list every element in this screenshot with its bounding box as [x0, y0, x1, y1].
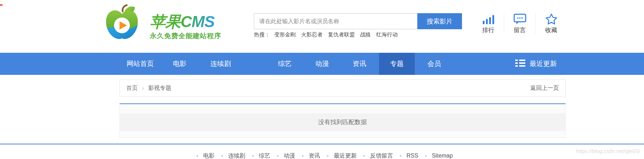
footer-link[interactable]: RSS — [407, 153, 418, 159]
footer-link-item: -动漫 — [272, 153, 295, 159]
hot-search-row: 热搜： 变形金刚 火影忍者 复仇者联盟 战狼 红海行动 — [254, 31, 403, 38]
search-button[interactable]: 搜索影片 — [417, 13, 462, 29]
footer-link-item: -Sitemap — [420, 153, 453, 159]
main-nav: 网站首页 电影 连续剧 综艺 动漫 资讯 专题 会员 — [0, 53, 644, 75]
header-quick-links: 排行 留言 — [473, 14, 567, 34]
logo-title: 苹果CMS — [150, 14, 221, 30]
site-header: 苹果CMS 永久免费全能建站程序 搜索影片 热搜： 变形金刚 火影忍者 复仇者联… — [0, 0, 644, 53]
footer-link[interactable]: 连续剧 — [228, 153, 245, 159]
hot-search-term[interactable]: 火影忍者 — [301, 31, 323, 38]
hot-search-terms: 变形金刚 火影忍者 复仇者联盟 战狼 红海行动 — [274, 31, 403, 38]
footer-link[interactable]: 综艺 — [259, 153, 270, 159]
recent-updates-link[interactable]: 最近更新 — [515, 53, 557, 75]
quick-link-label: 排行 — [482, 26, 495, 34]
hot-search-term[interactable]: 红海行动 — [376, 31, 398, 38]
hot-search-term[interactable]: 复仇者联盟 — [328, 31, 355, 38]
breadcrumb-trail: 首页 › 影视专题 — [126, 84, 171, 92]
content-panel: 没有找到匹配数据 — [119, 103, 566, 138]
footer-link-item: -最近更新 — [322, 153, 357, 159]
breadcrumb: 首页 › 影视专题 返回上一页 — [119, 80, 566, 97]
footer-link[interactable]: 反馈留言 — [370, 153, 393, 159]
footer-separator: - — [221, 153, 223, 159]
search-box: 搜索影片 — [254, 13, 462, 29]
footer-link-item: -连续剧 — [216, 153, 245, 159]
footer-link[interactable]: 最近更新 — [334, 153, 357, 159]
site-logo[interactable]: 苹果CMS 永久免费全能建站程序 — [105, 4, 221, 41]
logo-subtitle: 永久免费全能建站程序 — [150, 31, 221, 41]
nav-item[interactable]: 会员 — [416, 53, 452, 75]
breadcrumb-current: 影视专题 — [148, 84, 171, 92]
footer-separator: - — [399, 153, 401, 159]
nav-item[interactable]: 动漫 — [304, 53, 340, 75]
red-marker-artifact — [0, 4, 3, 6]
footer-separator: - — [277, 153, 279, 159]
nav-item[interactable]: 电影 — [162, 53, 197, 75]
apple-play-logo-icon — [105, 4, 139, 41]
footer-separator: - — [302, 153, 304, 159]
page: 苹果CMS 永久免费全能建站程序 搜索影片 热搜： 变形金刚 火影忍者 复仇者联… — [0, 0, 644, 159]
nav-item[interactable]: 资讯 — [341, 53, 377, 75]
footer-link[interactable]: Sitemap — [432, 153, 453, 159]
hot-search-term[interactable]: 变形金刚 — [274, 31, 296, 38]
list-icon — [515, 59, 530, 69]
quick-link-label: 收藏 — [545, 26, 557, 34]
nav-item[interactable]: 连续剧 — [203, 53, 239, 75]
nav-item[interactable]: 综艺 — [267, 53, 303, 75]
search-input[interactable] — [254, 13, 417, 29]
nav-item[interactable]: 专题 — [379, 53, 415, 75]
star-icon — [545, 14, 557, 25]
watermark-text: https://blog.csdn.net/glei20 — [576, 148, 640, 154]
footer-link-item: -RSS — [394, 153, 418, 159]
site-footer: -电影 -连续剧 -综艺 -动漫 -资讯 -最近更新 -反馈留言 -RSS -S… — [0, 144, 644, 159]
nav-item[interactable]: 网站首页 — [122, 53, 158, 75]
footer-link[interactable]: 资讯 — [309, 153, 320, 159]
quick-link-ranking[interactable]: 排行 — [473, 14, 504, 34]
footer-separator: - — [252, 153, 254, 159]
hot-search-label: 热搜： — [254, 31, 270, 38]
nav-list: 网站首页 电影 连续剧 综艺 动漫 资讯 专题 会员 — [119, 53, 452, 75]
back-link[interactable]: 返回上一页 — [530, 84, 559, 92]
footer-links: -电影 -连续剧 -综艺 -动漫 -资讯 -最近更新 -反馈留言 -RSS -S… — [0, 152, 644, 159]
footer-separator: - — [425, 153, 427, 159]
footer-link-item: -综艺 — [247, 153, 270, 159]
breadcrumb-home-link[interactable]: 首页 — [126, 84, 138, 92]
footer-separator: - — [327, 153, 329, 159]
empty-result-message: 没有找到匹配数据 — [120, 113, 565, 131]
quick-link-messages[interactable]: 留言 — [504, 14, 535, 34]
recent-updates-label: 最近更新 — [530, 59, 557, 68]
footer-link[interactable]: 动漫 — [284, 153, 295, 159]
comment-icon — [513, 14, 526, 25]
logo-text: 苹果CMS 永久免费全能建站程序 — [150, 4, 221, 41]
quick-link-favorites[interactable]: 收藏 — [535, 14, 567, 34]
bar-chart-icon — [482, 14, 495, 25]
footer-link-item: -电影 — [191, 153, 215, 159]
footer-link-item: -反馈留言 — [358, 153, 393, 159]
quick-link-label: 留言 — [514, 26, 526, 34]
hot-search-term[interactable]: 战狼 — [360, 31, 371, 38]
footer-link[interactable]: 电影 — [203, 153, 215, 159]
chevron-right-icon: › — [142, 84, 144, 92]
footer-link-item: -资讯 — [297, 153, 320, 159]
footer-separator: - — [363, 153, 365, 159]
footer-separator: - — [196, 153, 198, 159]
